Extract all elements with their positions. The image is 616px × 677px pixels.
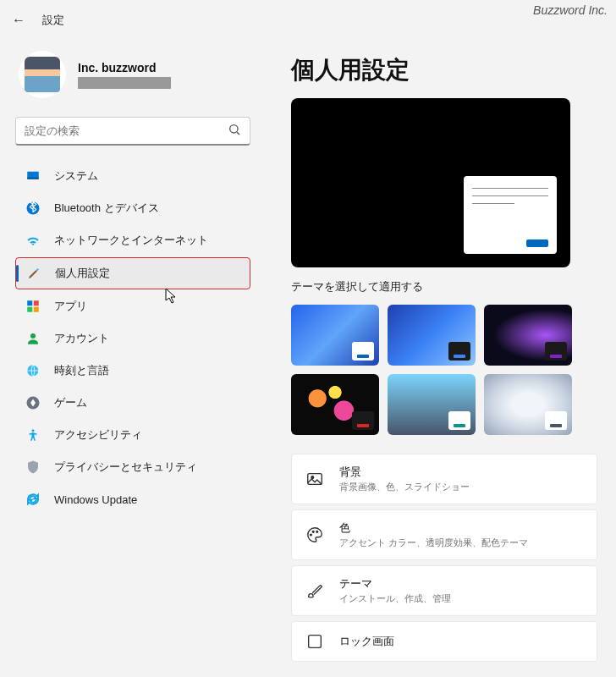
- svg-point-15: [311, 534, 312, 536]
- search-icon[interactable]: [228, 123, 241, 139]
- settings-item-themes[interactable]: テーマ インストール、作成、管理: [291, 565, 597, 616]
- sidebar-item-gaming[interactable]: ゲーム: [15, 388, 250, 418]
- picture-icon: [305, 470, 324, 488]
- accessibility-icon: [25, 427, 41, 443]
- settings-title: 背景: [339, 465, 470, 480]
- search-input[interactable]: [25, 124, 228, 137]
- user-email-redacted: [78, 77, 171, 89]
- settings-item-lockscreen[interactable]: ロック画面: [291, 621, 597, 662]
- sidebar-item-bluetooth[interactable]: Bluetooth とデバイス: [15, 193, 250, 223]
- svg-rect-18: [309, 636, 322, 648]
- brush-icon: [305, 581, 324, 600]
- system-icon: [25, 168, 41, 184]
- svg-point-12: [32, 429, 35, 432]
- preview-line: [472, 188, 548, 189]
- svg-rect-3: [27, 178, 39, 179]
- nav-label: アクセシビリティ: [54, 427, 142, 443]
- nav-label: アカウント: [54, 331, 109, 346]
- sidebar-item-personalization[interactable]: 個人用設定: [15, 257, 250, 289]
- svg-line-1: [237, 132, 239, 135]
- theme-tile-1[interactable]: [291, 305, 379, 366]
- lock-icon: [305, 632, 324, 651]
- user-name: Inc. buzzword: [78, 61, 171, 74]
- nav-label: システム: [54, 168, 98, 184]
- gaming-icon: [25, 395, 41, 410]
- svg-point-17: [316, 531, 318, 532]
- settings-sub: インストール、作成、管理: [339, 592, 451, 605]
- theme-section-label: テーマを選択して適用する: [291, 279, 597, 294]
- settings-sub: 背景画像、色、スライドショー: [339, 481, 470, 493]
- settings-item-color[interactable]: 色 アクセント カラー、透明度効果、配色テーマ: [291, 509, 597, 560]
- settings-title: ロック画面: [339, 634, 394, 649]
- settings-title: テーマ: [339, 576, 451, 592]
- sidebar-item-network[interactable]: ネットワークとインターネット: [15, 225, 250, 256]
- theme-tile-2[interactable]: [388, 305, 476, 366]
- nav-label: プライバシーとセキュリティ: [54, 460, 197, 475]
- update-icon: [25, 492, 41, 507]
- sidebar-item-accounts[interactable]: アカウント: [15, 323, 250, 354]
- theme-grid: [291, 305, 597, 435]
- apps-icon: [25, 299, 41, 314]
- theme-tile-4[interactable]: [291, 374, 379, 435]
- preview-accent-button: [526, 239, 548, 247]
- desktop-preview: [291, 98, 570, 267]
- settings-title: 色: [339, 520, 528, 536]
- shield-icon: [25, 460, 41, 475]
- header-title: 設定: [42, 13, 64, 28]
- sidebar-item-apps[interactable]: アプリ: [15, 291, 250, 322]
- settings-item-background[interactable]: 背景 背景画像、色、スライドショー: [291, 454, 597, 504]
- theme-tile-6[interactable]: [484, 374, 572, 435]
- user-block[interactable]: Inc. buzzword: [15, 51, 262, 98]
- main-content: 個人用設定 テーマを選択して適用する 背景 背景画像、色、ス: [262, 34, 616, 677]
- nav-label: アプリ: [54, 299, 87, 314]
- nav-label: Bluetooth とデバイス: [54, 201, 159, 216]
- svg-rect-8: [34, 307, 39, 312]
- search-box[interactable]: [15, 117, 250, 146]
- sidebar-item-update[interactable]: Windows Update: [15, 484, 250, 515]
- settings-list: 背景 背景画像、色、スライドショー 色 アクセント カラー、透明度効果、配色テー…: [291, 454, 597, 662]
- watermark: Buzzword Inc.: [533, 3, 608, 17]
- account-icon: [25, 331, 41, 346]
- sidebar-item-accessibility[interactable]: アクセシビリティ: [15, 420, 250, 450]
- preview-line: [472, 203, 514, 204]
- preview-window: [464, 176, 557, 254]
- header: ← 設定: [0, 0, 616, 34]
- wifi-icon: [25, 233, 41, 248]
- nav-list: システム Bluetooth とデバイス ネットワークとインターネット 個人用設…: [15, 161, 262, 515]
- svg-rect-6: [34, 300, 39, 305]
- theme-tile-3[interactable]: [484, 305, 572, 366]
- nav-label: 個人用設定: [55, 266, 110, 281]
- avatar: [19, 51, 66, 98]
- nav-label: ゲーム: [54, 395, 87, 410]
- theme-tile-5[interactable]: [388, 374, 476, 435]
- svg-rect-5: [27, 300, 32, 305]
- paint-icon: [26, 266, 41, 281]
- sidebar: Inc. buzzword システム Bluetooth とデバイス ネットワー…: [0, 34, 262, 677]
- bluetooth-icon: [25, 201, 41, 216]
- svg-point-9: [30, 333, 36, 338]
- sidebar-item-privacy[interactable]: プライバシーとセキュリティ: [15, 452, 250, 482]
- nav-label: 時刻と言語: [54, 363, 109, 378]
- sidebar-item-time[interactable]: 時刻と言語: [15, 355, 250, 386]
- svg-point-16: [312, 531, 314, 532]
- back-arrow-icon[interactable]: ←: [12, 13, 25, 28]
- sidebar-item-system[interactable]: システム: [15, 161, 250, 191]
- palette-icon: [305, 526, 324, 544]
- nav-label: Windows Update: [54, 493, 137, 506]
- svg-point-0: [230, 125, 238, 133]
- nav-label: ネットワークとインターネット: [54, 233, 208, 248]
- preview-line: [472, 195, 548, 196]
- settings-sub: アクセント カラー、透明度効果、配色テーマ: [339, 537, 528, 549]
- clock-globe-icon: [25, 363, 41, 378]
- page-title: 個人用設定: [291, 54, 597, 86]
- svg-rect-7: [27, 307, 32, 312]
